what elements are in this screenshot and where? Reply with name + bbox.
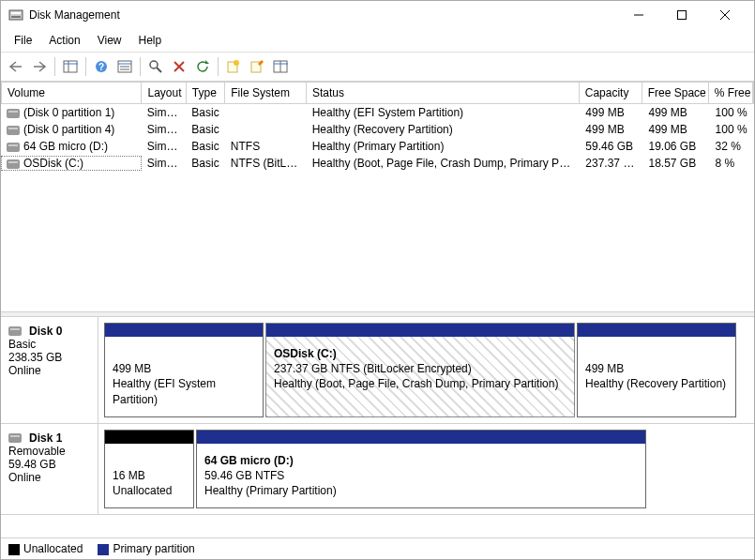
svg-point-16	[150, 61, 158, 68]
toolbar: ?	[1, 53, 754, 82]
window-title: Disk Management	[29, 8, 617, 22]
disk-icon	[7, 109, 20, 118]
partition-bar	[266, 324, 574, 337]
titlebar: Disk Management	[1, 1, 754, 29]
disk-icon	[8, 433, 22, 443]
disk-map: Disk 0Basic238.35 GBOnline499 MBHealthy …	[1, 317, 754, 537]
disk-row: Disk 1Removable59.48 GBOnline16 MBUnallo…	[1, 424, 754, 516]
volume-row[interactable]: 64 GB micro (D:)SimpleBasicNTFSHealthy (…	[1, 138, 754, 155]
svg-line-17	[157, 68, 161, 72]
minimize-button[interactable]	[617, 1, 660, 29]
show-hide-console-tree-button[interactable]	[59, 55, 82, 78]
disk-icon	[7, 159, 20, 169]
disk-icon	[7, 126, 20, 135]
volume-list-header: Volume Layout Type File System Status Ca…	[1, 82, 754, 104]
legend-unallocated: Unallocated	[8, 542, 83, 555]
partition[interactable]: 499 MBHealthy (Recovery Partition)	[577, 323, 736, 417]
menu-action[interactable]: Action	[41, 31, 87, 50]
partition[interactable]: 499 MBHealthy (EFI System Partition)	[104, 323, 264, 417]
col-filesystem[interactable]: File System	[225, 83, 307, 103]
svg-rect-4	[678, 11, 687, 20]
partition[interactable]: 64 GB micro (D:)59.46 GB NTFSHealthy (Pr…	[196, 430, 646, 509]
svg-text:?: ?	[98, 62, 104, 72]
refresh-button[interactable]	[191, 55, 214, 78]
col-layout[interactable]: Layout	[142, 83, 186, 103]
partition[interactable]: OSDisk (C:)237.37 GB NTFS (BitLocker Enc…	[265, 323, 575, 417]
action2-button[interactable]	[246, 55, 268, 78]
forward-button[interactable]	[28, 55, 51, 78]
col-type[interactable]: Type	[187, 83, 225, 103]
col-capacity[interactable]: Capacity	[580, 83, 642, 103]
help-button[interactable]: ?	[90, 55, 113, 78]
legend: Unallocated Primary partition	[1, 537, 754, 559]
menu-help[interactable]: Help	[131, 31, 170, 50]
swatch-blue-icon	[98, 544, 109, 555]
partition-bar	[578, 324, 735, 337]
action1-button[interactable]	[222, 55, 245, 78]
legend-primary: Primary partition	[98, 542, 194, 555]
find-button[interactable]	[144, 55, 167, 78]
volume-list: Volume Layout Type File System Status Ca…	[1, 82, 754, 311]
svg-rect-2	[11, 16, 21, 18]
disk-row: Disk 0Basic238.35 GBOnline499 MBHealthy …	[1, 317, 754, 424]
col-freespace[interactable]: Free Space	[642, 83, 709, 103]
col-pctfree[interactable]: % Free	[709, 83, 753, 103]
disk-icon	[8, 326, 22, 336]
maximize-button[interactable]	[660, 1, 703, 29]
close-button[interactable]	[703, 1, 747, 29]
volume-row[interactable]: OSDisk (C:)SimpleBasicNTFS (BitLo...Heal…	[1, 155, 754, 172]
svg-rect-1	[11, 12, 21, 14]
delete-button[interactable]	[168, 55, 190, 78]
svg-rect-0	[9, 10, 23, 20]
partition-bar	[105, 324, 263, 337]
col-volume[interactable]: Volume	[2, 83, 142, 103]
swatch-black-icon	[8, 544, 20, 555]
settings-list-button[interactable]	[113, 55, 136, 78]
col-status[interactable]: Status	[307, 83, 580, 103]
disk-icon	[7, 143, 20, 152]
svg-point-21	[234, 60, 239, 66]
app-icon	[8, 8, 23, 23]
volume-row[interactable]: (Disk 0 partition 4)SimpleBasicHealthy (…	[1, 121, 754, 138]
partition-bar	[105, 431, 193, 444]
menu-view[interactable]: View	[90, 31, 129, 50]
menu-file[interactable]: File	[7, 31, 39, 50]
volume-row[interactable]: (Disk 0 partition 1)SimpleBasicHealthy (…	[1, 104, 754, 121]
disk-header[interactable]: Disk 0Basic238.35 GBOnline	[1, 317, 98, 423]
partition-bar	[197, 431, 645, 444]
disk-header[interactable]: Disk 1Removable59.48 GBOnline	[1, 424, 98, 515]
action3-button[interactable]	[269, 55, 292, 78]
svg-rect-7	[64, 61, 77, 72]
back-button[interactable]	[5, 55, 27, 78]
menubar: File Action View Help	[1, 29, 754, 53]
partition[interactable]: 16 MBUnallocated	[104, 430, 194, 509]
